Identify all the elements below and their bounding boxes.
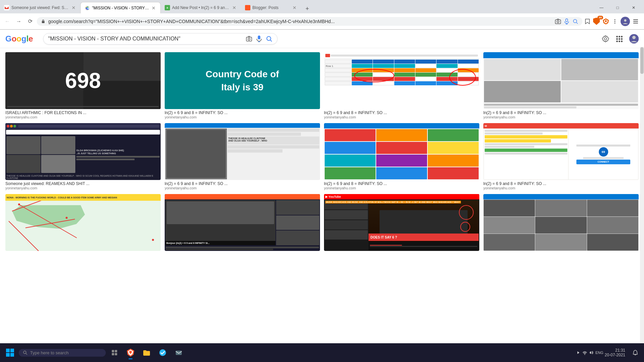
image-item-map[interactable]: NONA - MORNING IS THE FUCKING WORLD - CO… [5, 194, 161, 252]
new-tab-button[interactable]: + [303, 4, 312, 13]
svg-point-31 [23, 351, 26, 354]
google-search-header: Google [0, 30, 644, 48]
profile-avatar[interactable] [621, 17, 630, 26]
search-icon-addr[interactable] [572, 18, 578, 24]
svg-rect-36 [115, 353, 117, 355]
gmail-tab[interactable]: Someone just viewed: Fwd: Someone ✕ [0, 2, 80, 13]
settings-icon[interactable] [602, 35, 609, 42]
img-spreadsheet1-source: yoninetanyahu.com [324, 115, 479, 119]
image-grid: 698 ISRAELI ARITHMIC : FOR ELECTIONS IN … [5, 52, 639, 252]
apps-button[interactable] [615, 34, 624, 43]
svg-rect-21 [246, 37, 252, 41]
taskbar-clock[interactable]: 21:31 20-07-2021 [605, 348, 625, 357]
camera-search-icon[interactable] [246, 35, 252, 42]
minimize-button[interactable]: — [594, 2, 609, 13]
google-tab-title: "MISSION - VISION - STORY AND... [92, 6, 149, 10]
video-progress [7, 106, 159, 107]
address-input-wrapper[interactable] [37, 17, 582, 26]
linkedin-69-circle: 69 [599, 147, 608, 157]
taskbar-mail-icon[interactable] [171, 345, 186, 360]
google-tab-close[interactable]: ✕ [151, 5, 156, 11]
brave-logo-icon[interactable] [602, 18, 609, 25]
image-grid-container: 698 ISRAELI ARITHMIC : FOR ELECTIONS IN … [0, 48, 644, 362]
google-search-input[interactable] [48, 36, 242, 42]
add-post-tab-close[interactable]: ✕ [232, 5, 237, 10]
mic-search-icon[interactable] [256, 35, 262, 42]
notification-button[interactable] [629, 345, 641, 360]
bookmark-icon[interactable] [584, 18, 590, 24]
maximize-button[interactable]: □ [610, 2, 625, 13]
img-spreadsheet1-caption: ln(2) = 6 9 and 8 = INFINITY: SO ... [324, 110, 479, 115]
img-698-number: 698 [65, 68, 101, 93]
img-googlegrid1-source: yoninetanyahu.com [483, 115, 639, 119]
image-thumb-italy: Country Code of Italy is 39 [165, 52, 320, 109]
close-button[interactable]: ✕ [626, 2, 641, 13]
svg-rect-35 [112, 353, 114, 355]
svg-rect-34 [115, 350, 117, 352]
network-icon[interactable] [582, 350, 587, 355]
image-item-698[interactable]: 698 ISRAELI ARITHMIC : FOR ELECTIONS IN … [5, 52, 161, 119]
add-post-tab[interactable]: + Add New Post • ln(2) = 6 9 and 8 = IN.… [161, 2, 241, 13]
language-indicator[interactable]: ENG [595, 351, 603, 355]
gmail-tab-close[interactable]: ✕ [71, 5, 76, 10]
image-item-crowd[interactable] [483, 194, 639, 252]
svg-rect-33 [112, 350, 114, 352]
svg-point-13 [615, 19, 616, 20]
tab-bar: Someone just viewed: Fwd: Someone ✕ "MIS… [0, 0, 644, 13]
forward-button[interactable]: → [14, 17, 23, 26]
annotation-circle-yt [459, 205, 474, 220]
img-italy-source: yoninetanyahu.com [165, 115, 320, 119]
image-item-youtube[interactable]: ▶ YouTube [324, 194, 479, 252]
url-input[interactable] [48, 19, 552, 24]
volume-icon[interactable] [589, 350, 594, 355]
brave-counter: 99 [597, 16, 603, 19]
img-googlegrid2-caption: ln(2) = 6 9 and 8 = INFINITY: SO ... [324, 181, 479, 186]
google-profile-avatar[interactable] [629, 34, 639, 43]
brave-shield-button[interactable]: 99 [593, 18, 600, 25]
image-item-italy[interactable]: Country Code of Italy is 39 ln(2) = 6 9 … [165, 52, 320, 119]
taskbar-file-explorer[interactable] [139, 345, 154, 360]
tray-overflow-icon[interactable] [576, 350, 581, 355]
image-thumb-spreadsheet1: Row 1 [324, 52, 479, 109]
image-item-googlegrid1[interactable]: ln(2) = 6 9 and 8 = INFINITY: SO ... yon… [483, 52, 639, 119]
taskbar-search[interactable]: Type here to search [19, 349, 106, 357]
image-item-linkedin[interactable]: M [483, 123, 639, 190]
taskbar-app-icon[interactable] [155, 345, 170, 360]
browser-chrome: Someone just viewed: Fwd: Someone ✕ "MIS… [0, 0, 644, 30]
image-item-social[interactable]: OLGA BRICKMAN (ZLICHENKO A.KA SHE)..IS J… [5, 123, 161, 190]
date-display: 20-07-2021 [605, 353, 625, 357]
google-images-tab[interactable]: "MISSION - VISION - STORY AND... ✕ [80, 2, 161, 13]
img-italy-caption: ln(2) = 6 9 and 8 = INFINITY: SO ... [165, 110, 320, 115]
blogger-tab-close[interactable]: ✕ [292, 5, 297, 10]
blogger-tab[interactable]: Blogger: Posts ✕ [241, 2, 301, 13]
svg-rect-23 [258, 36, 260, 39]
task-view-button[interactable] [107, 345, 122, 360]
search-submit-icon[interactable] [266, 35, 272, 42]
google-search-box[interactable] [43, 33, 277, 44]
scrollbar-thumb[interactable] [640, 47, 644, 74]
svg-rect-2 [42, 21, 45, 23]
refresh-button[interactable]: ⟳ [25, 17, 35, 26]
img-blog1-source: yoninetanyahu.com [165, 186, 320, 190]
svg-point-40 [159, 349, 166, 356]
taskbar: Type here to search [0, 343, 644, 362]
mic-icon[interactable] [564, 18, 570, 24]
svg-line-9 [576, 22, 578, 24]
back-button[interactable]: ← [3, 17, 12, 26]
image-thumb-map: NONA - MORNING IS THE FUCKING WORLD - CO… [5, 194, 161, 251]
menu-icon[interactable] [633, 18, 639, 24]
taskbar-brave-icon[interactable] [123, 345, 138, 360]
svg-point-8 [573, 19, 577, 23]
image-item-blog1[interactable]: THESSE IS HEALILEE CLINTONEAND OLGA SEE … [165, 123, 320, 190]
svg-marker-42 [577, 351, 579, 354]
google-header-icons [602, 34, 639, 43]
image-item-googlegrid2[interactable]: ln(2) = 6 9 and 8 = INFINITY: SO ... yon… [324, 123, 479, 190]
svg-point-15 [615, 22, 616, 23]
camera-icon[interactable] [555, 18, 561, 24]
image-item-blog-dark[interactable]: Bonjour (ln(2) = 6 9 and 8 INFINITY SI..… [165, 194, 320, 252]
italy-slide-text: Country Code of Italy is 39 [206, 68, 279, 94]
extensions-icon[interactable] [612, 18, 618, 24]
right-scrollbar[interactable] [640, 47, 644, 343]
image-item-spreadsheet1[interactable]: Row 1 [324, 52, 479, 119]
start-button[interactable] [3, 345, 17, 360]
